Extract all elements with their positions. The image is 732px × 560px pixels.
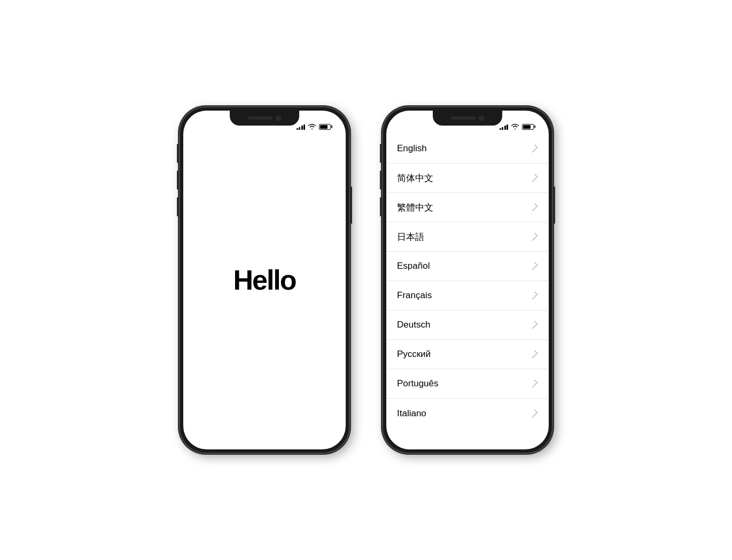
phone-frame-1: Hello (179, 106, 350, 454)
language-name-traditional-chinese: 繁體中文 (397, 201, 433, 214)
language-name-portuguese: Português (397, 378, 439, 389)
signal-bar (502, 127, 503, 130)
notch-2 (433, 111, 502, 126)
chevron-right-icon-japanese (529, 232, 538, 241)
language-name-simplified-chinese: 简体中文 (397, 172, 433, 184)
status-icons-2 (500, 123, 534, 130)
language-item-portuguese[interactable]: Português (386, 369, 549, 399)
chevron-right-icon-french (529, 291, 538, 300)
speaker-1 (248, 116, 272, 120)
language-item-simplified-chinese[interactable]: 简体中文 (386, 164, 549, 193)
chevron-right-icon-simplified-chinese (529, 174, 538, 182)
camera-2 (479, 115, 484, 121)
language-name-japanese: 日本語 (397, 231, 424, 243)
language-item-spanish[interactable]: Español (386, 252, 549, 281)
signal-icon-2 (500, 123, 509, 130)
wifi-icon-2 (511, 123, 519, 130)
phone-2: English 简体中文 繁體中文 日本語 Español (382, 106, 553, 454)
language-name-german: Deutsch (397, 320, 430, 330)
phone-screen-2: English 简体中文 繁體中文 日本語 Español (386, 111, 549, 449)
signal-bar (297, 128, 298, 130)
signal-bar (500, 128, 501, 130)
phone-1: Hello (179, 106, 350, 454)
chevron-right-icon-russian (529, 350, 538, 359)
language-item-russian[interactable]: Русский (386, 340, 549, 369)
chevron-right-icon-traditional-chinese (529, 203, 538, 212)
phone-frame-2: English 简体中文 繁體中文 日本語 Español (382, 106, 553, 454)
battery-fill-1 (320, 125, 328, 129)
hello-text: Hello (233, 264, 295, 296)
language-item-italian[interactable]: Italiano (386, 399, 549, 428)
signal-bar (301, 126, 303, 130)
speaker-2 (451, 116, 476, 120)
wifi-icon-1 (308, 123, 316, 130)
notch-1 (230, 111, 299, 126)
battery-fill-2 (523, 125, 531, 129)
signal-bar (507, 125, 508, 130)
language-item-japanese[interactable]: 日本語 (386, 222, 549, 252)
signal-bar (303, 125, 305, 130)
language-name-italian: Italiano (397, 408, 426, 419)
language-name-spanish: Español (397, 261, 430, 271)
language-item-english[interactable]: English (386, 134, 549, 164)
language-item-french[interactable]: Français (386, 281, 549, 310)
language-name-french: Français (397, 290, 432, 301)
language-name-russian: Русский (397, 349, 431, 360)
chevron-right-icon-german (529, 321, 538, 329)
language-item-traditional-chinese[interactable]: 繁體中文 (386, 193, 549, 222)
signal-bar (504, 126, 506, 130)
battery-icon-2 (522, 124, 534, 130)
chevron-right-icon-english (529, 144, 538, 153)
chevron-right-icon-portuguese (529, 379, 538, 388)
phone-screen-1: Hello (183, 111, 346, 449)
chevron-right-icon-spanish (529, 262, 538, 270)
language-list: English 简体中文 繁體中文 日本語 Español (386, 134, 549, 449)
signal-icon-1 (297, 123, 306, 130)
language-name-english: English (397, 143, 427, 154)
hello-screen: Hello (183, 111, 346, 449)
status-icons-1 (297, 123, 331, 130)
battery-icon-1 (319, 124, 331, 130)
language-item-german[interactable]: Deutsch (386, 310, 549, 340)
signal-bar (299, 127, 300, 130)
chevron-right-icon-italian (529, 409, 538, 418)
camera-1 (276, 115, 281, 121)
